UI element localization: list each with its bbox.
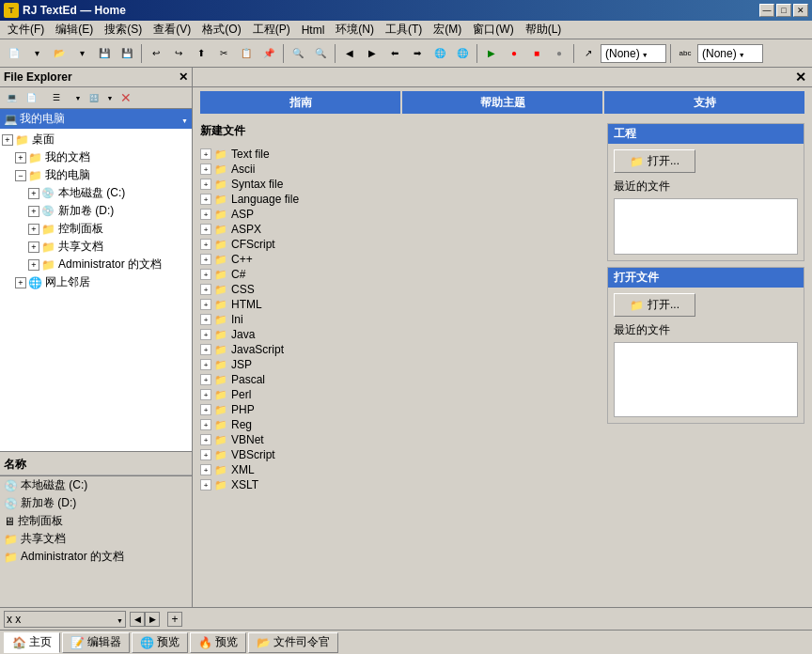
nav-next[interactable]: ▶ xyxy=(145,612,160,627)
ft-css[interactable]: + 📁 CSS xyxy=(200,282,600,297)
tree-expand-drive-c[interactable]: + xyxy=(28,188,39,199)
tb-globe[interactable]: 🌐 xyxy=(429,43,450,64)
menu-tools[interactable]: 工具(T) xyxy=(380,20,428,39)
ft-expand-cpp[interactable]: + xyxy=(200,254,211,265)
ft-aspx[interactable]: + 📁 ASPX xyxy=(200,222,600,237)
ft-asp[interactable]: + 📁 ASP xyxy=(200,207,600,222)
tb-globe2[interactable]: 🌐 xyxy=(452,43,473,64)
tree-expand-desktop[interactable]: + xyxy=(2,134,13,146)
ft-expand-text[interactable]: + xyxy=(200,148,211,160)
bottom-tab-filemanager[interactable]: 📂 文件司令官 xyxy=(248,632,338,653)
ft-jsp[interactable]: + 📁 JSP xyxy=(200,357,600,372)
tb-save[interactable]: 💾 xyxy=(94,43,115,64)
tab-support[interactable]: 支持 xyxy=(604,91,804,114)
menu-search[interactable]: 搜索(S) xyxy=(99,20,148,39)
menu-file[interactable]: 文件(F) xyxy=(2,20,50,39)
tree-expand-mydocs[interactable]: + xyxy=(15,152,26,164)
ft-csharp[interactable]: + 📁 C# xyxy=(200,267,600,282)
menu-format[interactable]: 格式(O) xyxy=(196,20,246,39)
ft-ascii[interactable]: + 📁 Ascii xyxy=(200,162,600,177)
menu-macro[interactable]: 宏(M) xyxy=(428,20,467,39)
list-item-shared-docs[interactable]: 📁 共享文档 xyxy=(0,530,192,548)
tree-item-network[interactable]: + 🌐 网上邻居 xyxy=(2,273,190,291)
ft-syntax[interactable]: + 📁 Syntax file xyxy=(200,177,600,192)
ft-expand-perl[interactable]: + xyxy=(200,389,211,400)
ft-perl[interactable]: + 📁 Perl xyxy=(200,387,600,402)
tb-save-all[interactable]: 💾 xyxy=(117,43,137,64)
add-tab-button[interactable]: + xyxy=(167,612,182,627)
tb-search[interactable]: 🔍 xyxy=(288,43,308,64)
ft-cpp[interactable]: + 📁 C++ xyxy=(200,252,600,267)
sidebar-tb-mypc[interactable]: 💻 xyxy=(2,89,21,106)
tb-stop[interactable]: ■ xyxy=(526,43,547,64)
menu-help[interactable]: 帮助(L) xyxy=(520,20,568,39)
ft-expand-java[interactable]: + xyxy=(200,329,211,340)
status-combo[interactable]: x x xyxy=(4,611,126,628)
ft-expand-css[interactable]: + xyxy=(200,284,211,295)
ft-expand-javascript[interactable]: + xyxy=(200,344,211,355)
tab-help[interactable]: 帮助主题 xyxy=(402,91,602,114)
ft-expand-vbnet[interactable]: + xyxy=(200,434,211,445)
tree-item-mypc[interactable]: − 📁 我的电脑 xyxy=(2,166,190,184)
tb-cursor[interactable]: ↗ xyxy=(578,43,599,64)
tb-abc[interactable]: abc xyxy=(675,43,695,64)
sidebar-tb-newfile[interactable]: 📄 xyxy=(22,89,40,106)
ft-language[interactable]: + 📁 Language file xyxy=(200,192,600,207)
ft-cfscript[interactable]: + 📁 CFScript xyxy=(200,237,600,252)
sidebar-tb-view[interactable]: ☰ xyxy=(41,89,71,106)
tree-body[interactable]: + 📁 桌面 + 📁 我的文档 − 📁 我的电脑 + 💿 本地磁盘 (C:) xyxy=(0,129,192,451)
tree-item-mydocs[interactable]: + 📁 我的文档 xyxy=(2,148,190,166)
minimize-button[interactable]: — xyxy=(759,4,774,17)
ft-expand-html[interactable]: + xyxy=(200,299,211,310)
tree-item-desktop[interactable]: + 📁 桌面 xyxy=(2,131,190,148)
tb-copy[interactable]: 📋 xyxy=(236,43,257,64)
tree-item-drive-c[interactable]: + 💿 本地磁盘 (C:) xyxy=(2,184,190,202)
ft-expand-asp[interactable]: + xyxy=(200,209,211,220)
nav-prev[interactable]: ◀ xyxy=(130,612,145,627)
tree-item-shared-docs[interactable]: + 📁 共享文档 xyxy=(2,238,190,256)
ft-html[interactable]: + 📁 HTML xyxy=(200,297,600,312)
menu-html[interactable]: Html xyxy=(296,22,331,39)
list-item-drive-d[interactable]: 💿 新加卷 (D:) xyxy=(0,494,192,512)
ft-expand-csharp[interactable]: + xyxy=(200,269,211,280)
tree-expand-network[interactable]: + xyxy=(15,277,26,288)
menu-env[interactable]: 环境(N) xyxy=(330,20,380,39)
tb-cut[interactable]: ✂ xyxy=(213,43,234,64)
tb-nav4[interactable]: ➡ xyxy=(407,43,428,64)
tb-new-dropdown[interactable]: ▾ xyxy=(26,43,47,64)
tb-redo[interactable]: ↪ xyxy=(168,43,189,64)
ft-vbscript[interactable]: + 📁 VBScript xyxy=(200,447,600,462)
tb-search2[interactable]: 🔍 xyxy=(310,43,331,64)
close-button[interactable]: ✕ xyxy=(793,4,808,17)
ft-expand-ini[interactable]: + xyxy=(200,314,211,325)
tree-expand-admin-docs[interactable]: + xyxy=(28,259,39,271)
list-item-admin-docs[interactable]: 📁 Administrator 的文档 xyxy=(0,548,192,566)
ft-pascal[interactable]: + 📁 Pascal xyxy=(200,372,600,387)
right-panel-close[interactable]: ✕ xyxy=(791,70,810,85)
ft-xslt[interactable]: + 📁 XSLT xyxy=(200,477,600,492)
ft-php[interactable]: + 📁 PHP xyxy=(200,402,600,417)
ft-xml[interactable]: + 📁 XML xyxy=(200,462,600,477)
menu-view[interactable]: 查看(V) xyxy=(148,20,196,39)
ft-expand-ascii[interactable]: + xyxy=(200,164,211,175)
tb-record[interactable]: ● xyxy=(504,43,524,64)
tree-header-mypc[interactable]: 💻 我的电脑 xyxy=(0,109,192,129)
menu-window[interactable]: 窗口(W) xyxy=(467,20,519,39)
bottom-tab-editor[interactable]: 📝 编辑器 xyxy=(62,632,130,653)
toolbar-none1[interactable]: (None) xyxy=(601,44,666,63)
ft-expand-language[interactable]: + xyxy=(200,194,211,205)
ft-expand-xslt[interactable]: + xyxy=(200,479,211,490)
bottom-tab-preview1[interactable]: 🌐 预览 xyxy=(132,632,188,653)
maximize-button[interactable]: □ xyxy=(776,4,791,17)
tree-item-drive-d[interactable]: + 💿 新加卷 (D:) xyxy=(2,202,190,220)
tree-expand-shared-docs[interactable]: + xyxy=(28,241,39,253)
open-file-button[interactable]: 📁 打开... xyxy=(614,293,695,317)
ft-expand-reg[interactable]: + xyxy=(200,419,211,430)
tb-stop2[interactable]: ● xyxy=(549,43,570,64)
ft-expand-xml[interactable]: + xyxy=(200,464,211,475)
ft-java[interactable]: + 📁 Java xyxy=(200,327,600,342)
ft-ini[interactable]: + 📁 Ini xyxy=(200,312,600,327)
tree-item-admin-docs[interactable]: + 📁 Administrator 的文档 xyxy=(2,256,190,273)
menu-edit[interactable]: 编辑(E) xyxy=(50,20,99,39)
bottom-tab-home[interactable]: 🏠 主页 xyxy=(4,632,60,653)
